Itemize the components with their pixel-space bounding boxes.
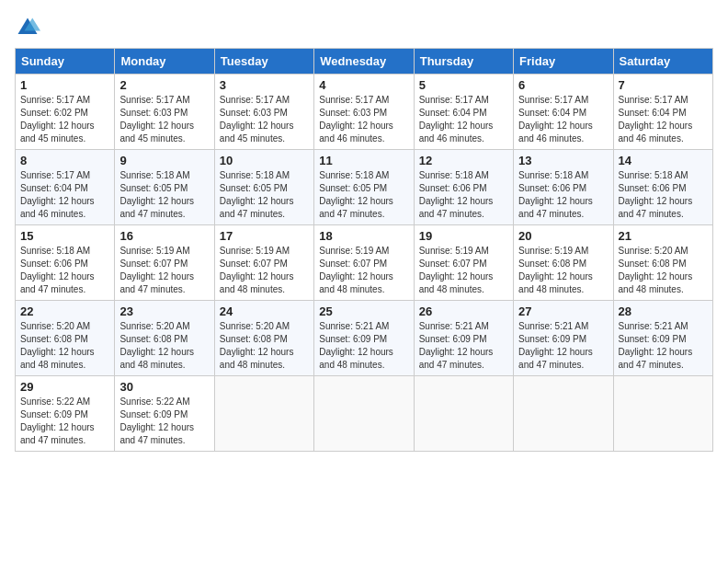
calendar-cell: 12 Sunrise: 5:18 AM Sunset: 6:06 PM Dayl… <box>414 150 513 225</box>
calendar-cell: 1 Sunrise: 5:17 AM Sunset: 6:02 PM Dayli… <box>16 75 115 150</box>
calendar-cell: 3 Sunrise: 5:17 AM Sunset: 6:03 PM Dayli… <box>214 75 313 150</box>
day-number: 5 <box>419 78 508 92</box>
day-info: Sunrise: 5:18 AM Sunset: 6:05 PM Dayligh… <box>319 169 408 221</box>
daylight-label: Daylight: 12 hours and 46 minutes. <box>518 121 593 144</box>
day-number: 11 <box>319 154 408 167</box>
calendar-cell: 7 Sunrise: 5:17 AM Sunset: 6:04 PM Dayli… <box>613 75 712 150</box>
day-info: Sunrise: 5:17 AM Sunset: 6:04 PM Dayligh… <box>419 94 508 145</box>
sunrise-label: Sunrise: 5:18 AM <box>619 170 688 180</box>
day-number: 29 <box>20 380 109 394</box>
sunset-label: Sunset: 6:04 PM <box>518 108 586 118</box>
calendar-week-row: 1 Sunrise: 5:17 AM Sunset: 6:02 PM Dayli… <box>16 75 713 150</box>
day-number: 23 <box>119 304 209 318</box>
sunrise-label: Sunrise: 5:19 AM <box>319 246 389 256</box>
day-number: 6 <box>518 78 608 92</box>
col-friday: Friday <box>514 49 613 75</box>
day-number: 18 <box>319 229 408 243</box>
calendar-cell: 5 Sunrise: 5:17 AM Sunset: 6:04 PM Dayli… <box>414 75 513 150</box>
day-number: 27 <box>518 304 608 318</box>
day-info: Sunrise: 5:20 AM Sunset: 6:08 PM Dayligh… <box>619 245 708 296</box>
day-number: 7 <box>619 78 708 92</box>
sunrise-label: Sunrise: 5:17 AM <box>419 95 489 105</box>
sunset-label: Sunset: 6:09 PM <box>319 334 387 344</box>
sunset-label: Sunset: 6:09 PM <box>119 409 188 419</box>
sunset-label: Sunset: 6:04 PM <box>619 108 687 118</box>
day-number: 4 <box>319 78 408 92</box>
sunrise-label: Sunrise: 5:18 AM <box>319 170 389 180</box>
day-info: Sunrise: 5:18 AM Sunset: 6:05 PM Dayligh… <box>220 169 309 221</box>
daylight-label: Daylight: 12 hours and 48 minutes. <box>20 347 95 370</box>
calendar-cell: 2 Sunrise: 5:17 AM Sunset: 6:03 PM Dayli… <box>115 75 214 150</box>
logo-icon <box>15 15 40 40</box>
calendar-cell: 21 Sunrise: 5:20 AM Sunset: 6:08 PM Dayl… <box>613 225 712 301</box>
day-info: Sunrise: 5:20 AM Sunset: 6:08 PM Dayligh… <box>20 320 109 372</box>
sunrise-label: Sunrise: 5:17 AM <box>319 95 389 105</box>
day-info: Sunrise: 5:21 AM Sunset: 6:09 PM Dayligh… <box>419 320 508 372</box>
day-info: Sunrise: 5:17 AM Sunset: 6:04 PM Dayligh… <box>518 94 608 145</box>
day-number: 16 <box>119 229 209 243</box>
calendar-cell: 18 Sunrise: 5:19 AM Sunset: 6:07 PM Dayl… <box>314 225 414 301</box>
daylight-label: Daylight: 12 hours and 47 minutes. <box>20 271 95 294</box>
sunset-label: Sunset: 6:03 PM <box>119 108 188 118</box>
daylight-label: Daylight: 12 hours and 48 minutes. <box>319 271 393 294</box>
col-saturday: Saturday <box>613 49 712 75</box>
day-info: Sunrise: 5:21 AM Sunset: 6:09 PM Dayligh… <box>319 320 408 372</box>
calendar-header-row: Sunday Monday Tuesday Wednesday Thursday… <box>16 49 713 75</box>
day-number: 9 <box>119 154 209 167</box>
daylight-label: Daylight: 12 hours and 47 minutes. <box>119 271 194 294</box>
sunrise-label: Sunrise: 5:20 AM <box>119 321 189 331</box>
col-thursday: Thursday <box>414 49 513 75</box>
daylight-label: Daylight: 12 hours and 47 minutes. <box>119 196 194 219</box>
day-number: 13 <box>518 154 608 167</box>
sunrise-label: Sunrise: 5:18 AM <box>419 170 489 180</box>
day-info: Sunrise: 5:18 AM Sunset: 6:06 PM Dayligh… <box>619 169 708 221</box>
sunrise-label: Sunrise: 5:22 AM <box>119 396 189 407</box>
sunrise-label: Sunrise: 5:21 AM <box>518 321 588 331</box>
calendar-cell <box>314 376 414 452</box>
daylight-label: Daylight: 12 hours and 47 minutes. <box>419 196 494 219</box>
daylight-label: Daylight: 12 hours and 48 minutes. <box>419 271 494 294</box>
daylight-label: Daylight: 12 hours and 47 minutes. <box>319 196 393 219</box>
day-number: 15 <box>20 229 109 243</box>
daylight-label: Daylight: 12 hours and 47 minutes. <box>220 196 294 219</box>
sunset-label: Sunset: 6:06 PM <box>619 183 687 193</box>
sunrise-label: Sunrise: 5:19 AM <box>220 246 290 256</box>
calendar-cell: 25 Sunrise: 5:21 AM Sunset: 6:09 PM Dayl… <box>314 301 414 376</box>
day-number: 19 <box>419 229 508 243</box>
sunset-label: Sunset: 6:08 PM <box>119 334 188 344</box>
calendar-week-row: 22 Sunrise: 5:20 AM Sunset: 6:08 PM Dayl… <box>16 301 713 376</box>
sunset-label: Sunset: 6:04 PM <box>20 183 88 193</box>
daylight-label: Daylight: 12 hours and 45 minutes. <box>20 121 95 144</box>
daylight-label: Daylight: 12 hours and 47 minutes. <box>419 347 494 370</box>
daylight-label: Daylight: 12 hours and 48 minutes. <box>319 347 393 370</box>
calendar-cell: 4 Sunrise: 5:17 AM Sunset: 6:03 PM Dayli… <box>314 75 414 150</box>
day-number: 24 <box>220 304 309 318</box>
day-number: 26 <box>419 304 508 318</box>
calendar-cell: 17 Sunrise: 5:19 AM Sunset: 6:07 PM Dayl… <box>214 225 313 301</box>
day-info: Sunrise: 5:18 AM Sunset: 6:05 PM Dayligh… <box>119 169 209 221</box>
daylight-label: Daylight: 12 hours and 47 minutes. <box>518 347 593 370</box>
day-info: Sunrise: 5:22 AM Sunset: 6:09 PM Dayligh… <box>20 396 109 447</box>
calendar-cell <box>414 376 513 452</box>
day-number: 21 <box>619 229 708 243</box>
sunrise-label: Sunrise: 5:17 AM <box>20 95 90 105</box>
sunset-label: Sunset: 6:05 PM <box>319 183 387 193</box>
sunset-label: Sunset: 6:09 PM <box>518 334 586 344</box>
col-tuesday: Tuesday <box>214 49 313 75</box>
calendar-cell: 24 Sunrise: 5:20 AM Sunset: 6:08 PM Dayl… <box>214 301 313 376</box>
page-header <box>15 15 713 40</box>
daylight-label: Daylight: 12 hours and 46 minutes. <box>319 121 393 144</box>
day-info: Sunrise: 5:17 AM Sunset: 6:04 PM Dayligh… <box>619 94 708 145</box>
day-number: 1 <box>20 78 109 92</box>
sunset-label: Sunset: 6:09 PM <box>20 409 88 419</box>
day-number: 3 <box>220 78 309 92</box>
calendar-table: Sunday Monday Tuesday Wednesday Thursday… <box>15 48 713 452</box>
sunset-label: Sunset: 6:09 PM <box>619 334 687 344</box>
calendar-cell <box>514 376 613 452</box>
day-number: 12 <box>419 154 508 167</box>
sunset-label: Sunset: 6:07 PM <box>119 259 188 269</box>
daylight-label: Daylight: 12 hours and 46 minutes. <box>619 121 693 144</box>
day-number: 22 <box>20 304 109 318</box>
sunrise-label: Sunrise: 5:19 AM <box>518 246 588 256</box>
day-number: 25 <box>319 304 408 318</box>
